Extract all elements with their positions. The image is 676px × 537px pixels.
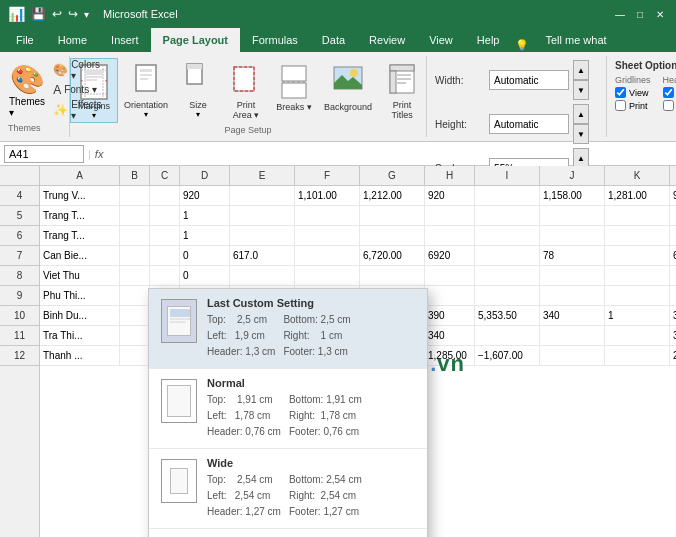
cell[interactable] — [605, 226, 670, 245]
minimize-btn[interactable]: — — [612, 6, 628, 22]
cell[interactable] — [230, 226, 295, 245]
cell[interactable]: Phu Thi... — [40, 286, 120, 305]
cell[interactable] — [150, 186, 180, 205]
cell[interactable] — [605, 266, 670, 285]
cell[interactable]: Viet Thu — [40, 266, 120, 285]
cell[interactable] — [605, 346, 670, 365]
height-down-btn[interactable]: ▼ — [573, 124, 589, 144]
tab-formulas[interactable]: Formulas — [240, 28, 310, 52]
cell[interactable] — [120, 266, 150, 285]
print-area-button[interactable]: PrintArea ▾ — [222, 58, 270, 123]
background-button[interactable]: Background — [318, 58, 378, 123]
cell[interactable]: 1 — [180, 206, 230, 225]
cell[interactable]: 340 — [425, 326, 475, 345]
cell[interactable] — [540, 226, 605, 245]
cell[interactable] — [475, 286, 540, 305]
cell[interactable] — [475, 206, 540, 225]
cell[interactable] — [230, 206, 295, 225]
orientation-button[interactable]: Orientation ▾ — [118, 58, 174, 123]
cell[interactable] — [150, 246, 180, 265]
tab-tell-me[interactable]: Tell me what — [533, 28, 618, 52]
cell[interactable] — [425, 206, 475, 225]
cell[interactable]: 0 — [180, 266, 230, 285]
headings-view-check[interactable] — [663, 87, 674, 98]
cell[interactable] — [670, 266, 676, 285]
cell[interactable]: 1,285.00 — [425, 346, 475, 365]
cell[interactable]: 78 — [540, 246, 605, 265]
cell[interactable] — [670, 206, 676, 225]
gridlines-view-check[interactable] — [615, 87, 626, 98]
size-button[interactable]: Size ▾ — [174, 58, 222, 123]
cell[interactable] — [475, 326, 540, 345]
fonts-button[interactable]: A Fonts ▾ — [50, 80, 104, 99]
tab-page-layout[interactable]: Page Layout — [151, 28, 240, 52]
cell[interactable] — [605, 326, 670, 345]
cell[interactable] — [295, 226, 360, 245]
cell[interactable]: 1 — [605, 306, 670, 325]
cell[interactable] — [150, 206, 180, 225]
cell[interactable]: Trung V... — [40, 186, 120, 205]
cell[interactable] — [295, 246, 360, 265]
cell[interactable] — [120, 186, 150, 205]
width-up-btn[interactable]: ▲ — [573, 60, 589, 80]
cell[interactable] — [230, 186, 295, 205]
cell[interactable] — [360, 206, 425, 225]
cell[interactable] — [605, 286, 670, 305]
cell[interactable]: 1,281.00 — [605, 186, 670, 205]
cell[interactable] — [150, 266, 180, 285]
redo-icon[interactable]: ↪ — [68, 7, 78, 21]
customize-icon[interactable]: ▾ — [84, 9, 89, 20]
cell[interactable]: 1,212.00 — [360, 186, 425, 205]
cell[interactable]: −1,607.00 — [475, 346, 540, 365]
cell[interactable]: 340 — [540, 306, 605, 325]
cell[interactable]: 390 — [670, 306, 676, 325]
cell[interactable] — [475, 226, 540, 245]
margin-option-last-custom[interactable]: Last Custom Setting Top: 2,5 cmBottom: 2… — [149, 289, 427, 369]
cell[interactable] — [540, 326, 605, 345]
tab-insert[interactable]: Insert — [99, 28, 151, 52]
cell[interactable]: 390 — [425, 306, 475, 325]
cell[interactable] — [475, 186, 540, 205]
tab-home[interactable]: Home — [46, 28, 99, 52]
width-down-btn[interactable]: ▼ — [573, 80, 589, 100]
cell[interactable]: 1 — [180, 226, 230, 245]
name-box[interactable]: A41 — [4, 145, 84, 163]
tab-view[interactable]: View — [417, 28, 465, 52]
cell[interactable]: Binh Du... — [40, 306, 120, 325]
tab-review[interactable]: Review — [357, 28, 417, 52]
height-input[interactable] — [489, 114, 569, 134]
cell[interactable] — [475, 266, 540, 285]
tab-data[interactable]: Data — [310, 28, 357, 52]
cell[interactable] — [360, 266, 425, 285]
cell[interactable] — [120, 206, 150, 225]
cell[interactable]: Tra Thi... — [40, 326, 120, 345]
cell[interactable] — [605, 246, 670, 265]
cell[interactable]: 1,101.00 — [295, 186, 360, 205]
cell[interactable] — [120, 246, 150, 265]
cell[interactable]: 1,158.00 — [540, 186, 605, 205]
cell[interactable] — [120, 326, 150, 345]
cell[interactable]: 5,353.50 — [475, 306, 540, 325]
cell[interactable] — [540, 346, 605, 365]
margin-option-wide[interactable]: Wide Top: 2,54 cmBottom: 2,54 cm Left: 2… — [149, 449, 427, 529]
headings-print-check[interactable] — [663, 100, 674, 111]
cell[interactable]: 6,703.0 — [670, 246, 676, 265]
close-btn[interactable]: ✕ — [652, 6, 668, 22]
colors-button[interactable]: 🎨 Colors ▾ — [50, 60, 104, 79]
cell[interactable]: 6,720.00 — [360, 246, 425, 265]
tab-help[interactable]: Help — [465, 28, 512, 52]
cell[interactable] — [540, 286, 605, 305]
cell[interactable]: 0 — [180, 246, 230, 265]
maximize-btn[interactable]: □ — [632, 6, 648, 22]
cell[interactable] — [540, 206, 605, 225]
cell[interactable] — [425, 266, 475, 285]
cell[interactable]: Thanh ... — [40, 346, 120, 365]
tab-file[interactable]: File — [4, 28, 46, 52]
margin-option-normal[interactable]: Normal Top: 1,91 cmBottom: 1,91 cm Left:… — [149, 369, 427, 449]
margin-option-narrow[interactable]: Narrow Top: 1,91 cmBottom: 1,91 cm Left:… — [149, 529, 427, 537]
scale-up-btn[interactable]: ▲ — [573, 148, 589, 168]
effects-button[interactable]: ✨ Effects ▾ — [50, 100, 104, 119]
cell[interactable]: 920 — [670, 186, 676, 205]
cell[interactable]: Can Bie... — [40, 246, 120, 265]
cell[interactable]: 920 — [425, 186, 475, 205]
